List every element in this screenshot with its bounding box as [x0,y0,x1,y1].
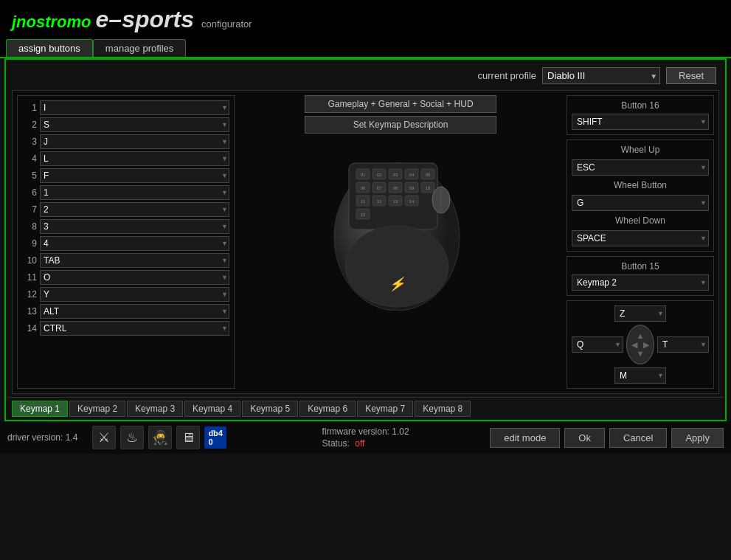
btn-input-wrapper: ▼ [40,168,229,183]
btn-input-12[interactable] [40,287,229,302]
list-item: 9 ▼ [22,236,229,251]
btn-input-9[interactable] [40,236,229,251]
profile-select-wrapper: Diablo III [542,67,660,84]
keymap-tabs-row: Keymap 1Keymap 2Keymap 3Keymap 4Keymap 5… [7,397,724,420]
btn-number: 4 [22,153,37,164]
list-item: 1 ▼ [22,100,229,115]
cancel-button[interactable]: Cancel [609,428,667,448]
wheel-up-input[interactable] [572,159,709,176]
list-item: 4 ▼ [22,151,229,166]
list-item: 3 ▼ [22,134,229,149]
keymap-tab-4[interactable]: Keymap 4 [184,401,240,417]
svg-text:02: 02 [377,173,382,177]
keymap-tab-3[interactable]: Keymap 3 [127,401,183,417]
btn-number: 2 [22,120,37,130]
btn-input-3[interactable] [40,134,229,149]
dpad-bottom-input[interactable] [614,367,666,384]
dpad-right-arrow-icon2: ▶ [643,341,649,349]
edit-mode-button[interactable]: edit mode [490,428,560,448]
icon-ninja: 🥷 [148,426,172,449]
dpad-left-input[interactable] [572,336,623,353]
keymap-tab-5[interactable]: Keymap 5 [242,401,298,417]
button-15-group: Button 15 ▼ [567,256,714,296]
dpad-top-area: ▼ [572,305,709,322]
keymap-tab-7[interactable]: Keymap 7 [357,401,413,417]
list-item: 14 ▼ [22,321,229,336]
dpad-right-input[interactable] [657,336,709,353]
reset-button[interactable]: Reset [666,67,716,84]
list-item: 12 ▼ [22,287,229,302]
btn-input-wrapper: ▼ [40,321,229,336]
btn-number: 3 [22,136,37,147]
svg-point-34 [345,226,448,307]
dpad-left-wrap: ▼ [572,336,623,353]
dpad-right-wrap: ▼ [657,336,709,353]
profile-label: current profile [478,70,536,81]
btn-number: 10 [22,255,37,266]
list-item: 7 ▼ [22,202,229,217]
dpad-section: ▼ ▼ ▲ ◀ ▶ [567,300,714,389]
bottom-actions: edit mode Ok Cancel Apply [490,428,724,448]
wheel-btn-input[interactable] [572,195,709,211]
btn-input-wrapper: ▼ [40,117,229,132]
list-item: 11 ▼ [22,270,229,285]
btn-input-wrapper: ▼ [40,151,229,166]
keymap-tab-8[interactable]: Keymap 8 [415,401,471,417]
dpad-bottom-wrap: ▼ [614,367,666,384]
btn-input-8[interactable] [40,219,229,234]
button-16-label: Button 16 [572,100,709,111]
btn-input-4[interactable] [40,151,229,166]
wheel-down-input[interactable] [572,230,709,246]
tab-assign-buttons[interactable]: assign buttons [6,39,93,57]
middle-panel: Gameplay + General + Social + HUD Set Ke… [238,95,564,389]
keymap-gameplay-btn[interactable]: Gameplay + General + Social + HUD [305,95,496,113]
main-area: current profile Diablo III Reset 1 ▼ 2 ▼… [4,58,727,421]
set-keymap-description-btn[interactable]: Set Keymap Description [305,116,496,134]
bottom-left-info: driver version: 1.4 [7,432,77,443]
dpad-down-arrow-icon: ▼ [637,350,645,358]
keymap-tab-1[interactable]: Keymap 1 [12,401,68,417]
btn-number: 11 [22,272,37,283]
keymap-tab-6[interactable]: Keymap 6 [299,401,356,417]
wheel-up-input-wrap: ▼ [572,159,709,176]
ok-button[interactable]: Ok [564,428,605,448]
list-item: 6 ▼ [22,185,229,200]
apply-button[interactable]: Apply [671,428,724,448]
button-16-input-wrap: ▼ [572,114,709,130]
btn-input-11[interactable] [40,270,229,285]
device-image: 01 02 03 04 05 06 07 08 [238,141,564,311]
dpad-top-input[interactable] [614,305,666,322]
bottom-icons: ⚔ ♨ 🥷 🖥 db40 [92,426,226,449]
btn-input-wrapper: ▼ [40,236,229,251]
btn-number: 8 [22,221,37,232]
btn-input-14[interactable] [40,321,229,336]
svg-text:09: 09 [409,186,415,190]
btn-input-wrapper: ▼ [40,219,229,234]
btn-input-1[interactable] [40,100,229,115]
db40-badge: db40 [204,426,226,449]
btn-input-5[interactable] [40,168,229,183]
btn-number: 5 [22,170,37,181]
icon-network: 🖥 [176,426,200,449]
profile-row: current profile Diablo III Reset [12,64,719,90]
btn-input-6[interactable] [40,185,229,200]
firmware-info: firmware version: 1.02 Status: off [322,426,409,449]
brand-name: jnostromo [12,13,91,32]
list-item: 2 ▼ [22,117,229,132]
btn-input-2[interactable] [40,117,229,132]
svg-text:10: 10 [426,186,431,190]
button-15-input[interactable] [572,274,709,291]
btn-input-13[interactable] [40,304,229,319]
button-16-input[interactable] [572,114,709,130]
svg-text:04: 04 [409,173,415,177]
wheel-down-label: Wheel Down [572,215,709,226]
btn-input-7[interactable] [40,202,229,217]
btn-input-wrapper: ▼ [40,202,229,217]
driver-version-label: driver version: 1.4 [7,432,77,443]
tab-manage-profiles[interactable]: manage profiles [93,39,187,57]
keymap-tab-2[interactable]: Keymap 2 [69,401,125,417]
btn-input-10[interactable] [40,253,229,268]
profile-select[interactable]: Diablo III [542,67,660,84]
icon-steam: ♨ [120,426,144,449]
svg-text:15: 15 [361,212,366,217]
